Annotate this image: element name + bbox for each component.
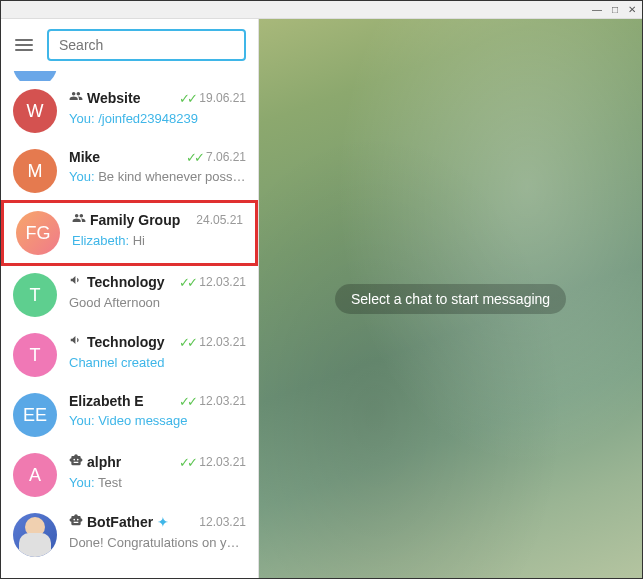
chat-body: Elizabeth E ✓✓ 12.03.21 You: Video messa… bbox=[69, 393, 246, 428]
chat-body: Website ✓✓ 19.06.21 You: /joinfed2394823… bbox=[69, 89, 246, 126]
chat-item[interactable]: W Website ✓✓ 19.06.21 You: /joinfed23948… bbox=[1, 81, 258, 141]
minimize-button[interactable]: — bbox=[592, 4, 602, 15]
chat-top-row: Technology ✓✓ 12.03.21 bbox=[69, 273, 246, 291]
avatar: T bbox=[13, 333, 57, 377]
avatar bbox=[13, 513, 57, 557]
chat-name: BotFather bbox=[87, 514, 153, 530]
chat-top-row: BotFather ✦ 12.03.21 bbox=[69, 513, 246, 531]
close-button[interactable]: ✕ bbox=[628, 4, 636, 15]
chat-meta: ✓✓ 12.03.21 bbox=[179, 275, 246, 290]
avatar: M bbox=[13, 149, 57, 193]
chat-date: 19.06.21 bbox=[199, 91, 246, 105]
app-container: W Website ✓✓ 19.06.21 You: /joinfed23948… bbox=[1, 19, 642, 578]
chat-preview: Done! Congratulations on yo… bbox=[69, 535, 246, 550]
avatar bbox=[13, 71, 57, 81]
chat-name: Family Group bbox=[90, 212, 180, 228]
chat-item[interactable]: T Technology ✓✓ 12.03.21 Channel created bbox=[1, 325, 258, 385]
read-checks-icon: ✓✓ bbox=[179, 91, 195, 106]
group-icon bbox=[69, 89, 83, 107]
chat-body: Mike ✓✓ 7.06.21 You: Be kind whenever po… bbox=[69, 149, 246, 184]
chat-date: 12.03.21 bbox=[199, 275, 246, 289]
chat-preview-text: Hi bbox=[133, 233, 145, 248]
chat-preview-text: /joinfed23948239 bbox=[98, 111, 198, 126]
window-titlebar: — □ ✕ bbox=[1, 1, 642, 19]
chat-preview: You: /joinfed23948239 bbox=[69, 111, 246, 126]
chat-preview-sender: You: bbox=[69, 475, 98, 490]
avatar: A bbox=[13, 453, 57, 497]
chat-preview-text: Good Afternoon bbox=[69, 295, 160, 310]
channel-icon bbox=[69, 273, 83, 291]
chat-date: 24.05.21 bbox=[196, 213, 243, 227]
chat-list[interactable]: W Website ✓✓ 19.06.21 You: /joinfed23948… bbox=[1, 71, 258, 578]
chat-item[interactable]: BotFather ✦ 12.03.21 Done! Congratulatio… bbox=[1, 505, 258, 565]
chat-item[interactable]: EE Elizabeth E ✓✓ 12.03.21 You: Video me… bbox=[1, 385, 258, 445]
channel-icon bbox=[69, 333, 83, 351]
chat-date: 12.03.21 bbox=[199, 394, 246, 408]
chat-preview-text: Be kind whenever possi… bbox=[98, 169, 246, 184]
read-checks-icon: ✓✓ bbox=[179, 275, 195, 290]
chat-item[interactable]: T Technology ✓✓ 12.03.21 Good Afternoon bbox=[1, 265, 258, 325]
chat-top-row: Technology ✓✓ 12.03.21 bbox=[69, 333, 246, 351]
chat-body: alphr ✓✓ 12.03.21 You: Test bbox=[69, 453, 246, 490]
chat-meta: ✓✓ 19.06.21 bbox=[179, 91, 246, 106]
main-area: Select a chat to start messaging bbox=[259, 19, 642, 578]
avatar: W bbox=[13, 89, 57, 133]
verified-icon: ✦ bbox=[157, 514, 169, 530]
chat-name: alphr bbox=[87, 454, 121, 470]
chat-date: 12.03.21 bbox=[199, 515, 246, 529]
chat-body: Technology ✓✓ 12.03.21 Good Afternoon bbox=[69, 273, 246, 310]
bot-icon bbox=[69, 513, 83, 531]
chat-item[interactable]: A alphr ✓✓ 12.03.21 You: Test bbox=[1, 445, 258, 505]
chat-top-row: Family Group 24.05.21 bbox=[72, 211, 243, 229]
read-checks-icon: ✓✓ bbox=[179, 455, 195, 470]
chat-preview-sender: Elizabeth: bbox=[72, 233, 133, 248]
chat-preview-text: Test bbox=[98, 475, 122, 490]
chat-preview: You: Video message bbox=[69, 413, 246, 428]
read-checks-icon: ✓✓ bbox=[179, 335, 195, 350]
chat-preview-sender: You: bbox=[69, 111, 98, 126]
chat-name: Technology bbox=[87, 274, 165, 290]
avatar: EE bbox=[13, 393, 57, 437]
chat-date: 12.03.21 bbox=[199, 335, 246, 349]
chat-body: Technology ✓✓ 12.03.21 Channel created bbox=[69, 333, 246, 370]
chat-preview-text: Video message bbox=[98, 413, 187, 428]
menu-icon[interactable] bbox=[13, 37, 35, 53]
bot-icon bbox=[69, 453, 83, 471]
chat-meta: ✓✓ 12.03.21 bbox=[179, 394, 246, 409]
chat-date: 12.03.21 bbox=[199, 455, 246, 469]
sidebar: W Website ✓✓ 19.06.21 You: /joinfed23948… bbox=[1, 19, 259, 578]
chat-preview-sender: You: bbox=[69, 413, 98, 428]
chat-preview: Elizabeth: Hi bbox=[72, 233, 243, 248]
chat-name: Technology bbox=[87, 334, 165, 350]
search-input[interactable] bbox=[47, 29, 246, 61]
chat-date: 7.06.21 bbox=[206, 150, 246, 164]
chat-item[interactable]: M Mike ✓✓ 7.06.21 You: Be kind whenever … bbox=[1, 141, 258, 201]
chat-preview: You: Be kind whenever possi… bbox=[69, 169, 246, 184]
maximize-button[interactable]: □ bbox=[612, 4, 618, 15]
chat-preview: You: Test bbox=[69, 475, 246, 490]
chat-item-truncated[interactable] bbox=[1, 71, 258, 81]
chat-top-row: Website ✓✓ 19.06.21 bbox=[69, 89, 246, 107]
search-row bbox=[1, 19, 258, 71]
empty-chat-placeholder: Select a chat to start messaging bbox=[335, 284, 566, 314]
chat-name: Elizabeth E bbox=[69, 393, 144, 409]
chat-preview-sender: You: bbox=[69, 169, 98, 184]
read-checks-icon: ✓✓ bbox=[179, 394, 195, 409]
chat-meta: ✓✓ 12.03.21 bbox=[179, 455, 246, 470]
chat-body: BotFather ✦ 12.03.21 Done! Congratulatio… bbox=[69, 513, 246, 550]
chat-name: Website bbox=[87, 90, 140, 106]
chat-preview: Channel created bbox=[69, 355, 246, 370]
chat-meta: 12.03.21 bbox=[199, 515, 246, 529]
chat-body: Family Group 24.05.21 Elizabeth: Hi bbox=[72, 211, 243, 248]
chat-top-row: Elizabeth E ✓✓ 12.03.21 bbox=[69, 393, 246, 409]
chat-preview-text: Channel created bbox=[69, 355, 164, 370]
chat-preview-text: Done! Congratulations on yo… bbox=[69, 535, 246, 550]
chat-top-row: Mike ✓✓ 7.06.21 bbox=[69, 149, 246, 165]
avatar: FG bbox=[16, 211, 60, 255]
read-checks-icon: ✓✓ bbox=[186, 150, 202, 165]
chat-item[interactable]: FG Family Group 24.05.21 Elizabeth: Hi bbox=[1, 200, 258, 266]
avatar: T bbox=[13, 273, 57, 317]
chat-preview: Good Afternoon bbox=[69, 295, 246, 310]
chat-name: Mike bbox=[69, 149, 100, 165]
chat-top-row: alphr ✓✓ 12.03.21 bbox=[69, 453, 246, 471]
